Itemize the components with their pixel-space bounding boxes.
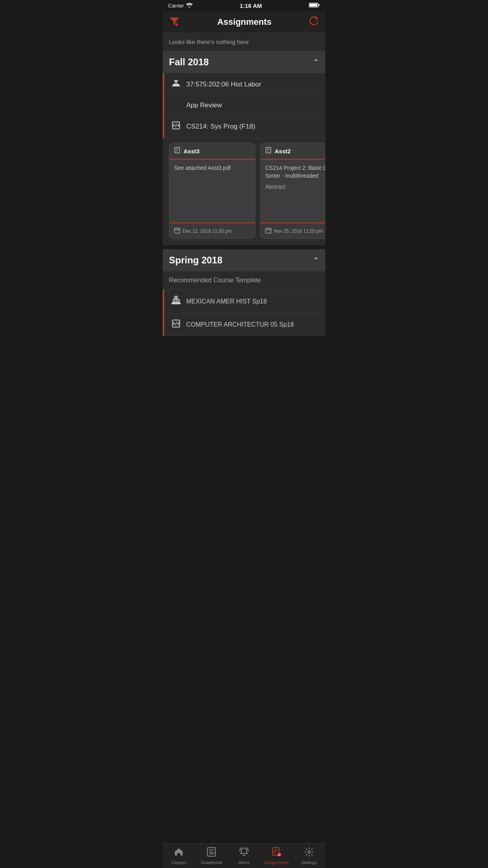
svg-rect-28 xyxy=(173,300,174,302)
asst2-abstract: Abstract xyxy=(265,184,325,190)
asst2-footer: Nov 25, 2018 11:55 pm xyxy=(261,223,325,239)
fall-2018-course-list: 37:575:202:06 Hist Labor App Review CS21… xyxy=(163,73,325,138)
cs214-name: CS214: Sys Prog (F18) xyxy=(186,123,255,131)
asst2-icon xyxy=(265,147,272,155)
recommended-text: Recommended Course Template xyxy=(169,277,261,284)
course-row-app-review[interactable]: App Review xyxy=(163,96,325,115)
svg-rect-7 xyxy=(174,80,178,81)
status-bar: Carrier 1:16 AM xyxy=(163,0,325,11)
spring-2018-header[interactable]: Spring 2018 ⌃ xyxy=(163,249,325,271)
code-icon-comp-arch xyxy=(171,319,182,330)
spring-2018-section: Spring 2018 ⌃ Recommended Course Templat… xyxy=(163,249,325,336)
svg-rect-3 xyxy=(318,4,319,6)
recommended-row: Recommended Course Template xyxy=(163,271,325,290)
status-left: Carrier xyxy=(168,2,193,9)
asst3-due-date: Dec 12, 2018 11:55 pm xyxy=(183,228,232,234)
svg-rect-30 xyxy=(176,300,177,302)
svg-rect-32 xyxy=(179,300,180,302)
asst2-desc: CS214 Project 2: Basic Data Sorter - mul… xyxy=(265,164,325,180)
app-review-name: App Review xyxy=(186,101,222,109)
top-nav: Assignments xyxy=(163,11,325,33)
asst3-title: Asst3 xyxy=(183,148,200,154)
wifi-icon xyxy=(186,2,193,9)
assignment-cards-scroll[interactable]: Asst3 See attached Asst3.pdf Dec 12, xyxy=(163,138,325,245)
asst3-cal-icon xyxy=(174,227,180,235)
svg-rect-26 xyxy=(172,302,180,303)
content-scroll: Looks like there's nothing here Fall 201… xyxy=(163,33,325,368)
page-title: Assignments xyxy=(217,17,272,27)
asst2-card[interactable]: Asst2 CS214 Project 2: Basic Data Sorter… xyxy=(260,143,325,239)
svg-marker-4 xyxy=(170,18,179,25)
course-row-hist-labor[interactable]: 37:575:202:06 Hist Labor xyxy=(163,73,325,96)
svg-point-0 xyxy=(189,7,190,8)
course-row-comp-arch[interactable]: COMPUTER ARCHITECTUR 05 Sp18 xyxy=(163,313,325,336)
refresh-button[interactable] xyxy=(309,16,319,28)
svg-rect-2 xyxy=(309,4,317,7)
course-row-cs214[interactable]: CS214: Sys Prog (F18) xyxy=(163,115,325,138)
fall-2018-section: Fall 2018 ⌃ 37:575:202:06 Hist Labor xyxy=(163,51,325,245)
svg-rect-27 xyxy=(171,303,181,304)
asst2-body: CS214 Project 2: Basic Data Sorter - mul… xyxy=(261,160,325,223)
filter-button[interactable] xyxy=(169,15,180,29)
asst2-title: Asst2 xyxy=(275,148,291,154)
spring-2018-title: Spring 2018 xyxy=(169,255,222,266)
course-row-mex-amer[interactable]: MEXICAN AMER HIST Sp18 xyxy=(163,290,325,313)
svg-rect-31 xyxy=(178,300,178,302)
status-right xyxy=(309,2,320,9)
spring-2018-course-list: Recommended Course Template xyxy=(163,271,325,336)
battery-icon xyxy=(309,2,320,9)
asst3-header: Asst3 xyxy=(169,143,255,160)
asst2-cal-icon xyxy=(265,227,272,235)
svg-rect-10 xyxy=(174,228,180,233)
person-icon xyxy=(171,79,182,90)
asst2-header: Asst2 xyxy=(261,143,325,160)
asst2-due-date: Nov 25, 2018 11:55 pm xyxy=(274,228,323,234)
capitol-icon xyxy=(171,295,182,307)
fall-2018-title: Fall 2018 xyxy=(169,57,209,68)
hist-labor-name: 37:575:202:06 Hist Labor xyxy=(186,81,261,88)
fall-2018-chevron: ⌃ xyxy=(313,58,319,66)
comp-arch-name: COMPUTER ARCHITECTUR 05 Sp18 xyxy=(186,321,294,328)
fall-2018-header[interactable]: Fall 2018 ⌃ xyxy=(163,51,325,73)
asst3-card[interactable]: Asst3 See attached Asst3.pdf Dec 12, xyxy=(169,143,255,239)
asst3-desc: See attached Asst3.pdf xyxy=(174,164,250,172)
code-icon-cs214 xyxy=(171,121,182,132)
svg-rect-33 xyxy=(173,299,179,300)
asst3-icon xyxy=(174,147,180,155)
svg-rect-24 xyxy=(175,296,177,298)
svg-rect-15 xyxy=(266,228,271,233)
spring-2018-chevron: ⌃ xyxy=(313,256,319,265)
asst3-footer: Dec 12, 2018 11:55 pm xyxy=(169,223,255,239)
nothing-banner: Looks like there's nothing here xyxy=(163,33,325,51)
status-time: 1:16 AM xyxy=(240,2,262,9)
mex-amer-name: MEXICAN AMER HIST Sp18 xyxy=(186,298,267,305)
asst3-body: See attached Asst3.pdf xyxy=(169,160,255,223)
carrier-label: Carrier xyxy=(168,3,184,9)
svg-rect-29 xyxy=(174,300,175,302)
